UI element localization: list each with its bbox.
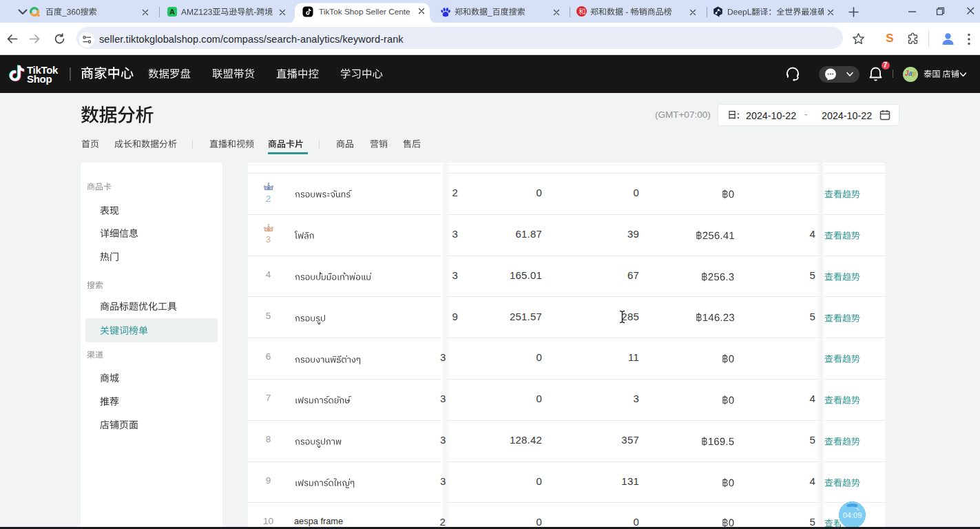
svg-text:04:09: 04:09 bbox=[843, 511, 862, 519]
